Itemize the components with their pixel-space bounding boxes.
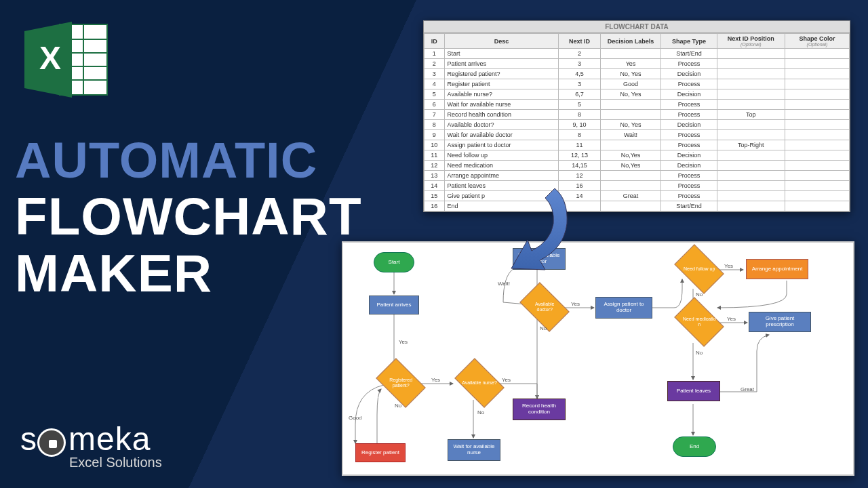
table-cell: No, Yes (600, 89, 661, 100)
flowchart-diagram: Start Patient arrives Registered patient… (342, 241, 854, 476)
table-cell (600, 181, 661, 191)
title-line-1: AUTOMATIC (15, 136, 362, 186)
table-cell (785, 140, 849, 150)
table-cell: 4 (425, 79, 445, 89)
node-assign-patient: Assign patient to doctor (595, 297, 652, 319)
table-cell (717, 150, 785, 161)
table-cell (785, 130, 849, 140)
table-cell: 15 (425, 191, 445, 201)
table-cell: Patient arrives (444, 59, 559, 69)
table-cell: Start/End (661, 201, 717, 211)
label-yes: Yes (502, 377, 511, 383)
table-row: 7Record health condition8ProcessTop (425, 110, 850, 120)
table-cell: Decision (661, 150, 717, 161)
table-row: 8Available doctor?9, 10No, YesDecision (425, 120, 850, 130)
table-cell (717, 201, 785, 211)
table-cell: 12 (559, 171, 600, 181)
table-cell (600, 201, 661, 211)
table-cell: 3 (559, 79, 600, 89)
node-record-health: Record health condition (513, 399, 566, 420)
table-cell: Top (717, 110, 785, 120)
table-cell: 7 (425, 110, 445, 120)
table-cell: 8 (559, 130, 600, 140)
table-cell: Decision (661, 161, 717, 171)
table-row: 5Available nurse?6,7No, YesDecision (425, 89, 850, 100)
table-cell: Wait for available nurse (444, 100, 559, 110)
table-row: 3Registered patient?4,5No, YesDecision (425, 69, 850, 79)
table-cell (600, 110, 661, 120)
table-cell: 13 (425, 171, 445, 181)
table-row: 12Need medication14,15No,YesDecision (425, 161, 850, 171)
table-cell: Process (661, 79, 717, 89)
label-good: Good (349, 415, 362, 421)
table-cell: No, Yes (600, 69, 661, 79)
table-cell: Decision (661, 89, 717, 100)
table-cell (600, 140, 661, 150)
table-cell: Process (661, 181, 717, 191)
brand-logo-icon (37, 428, 66, 457)
th-next-id-pos: Next ID Position(Optional) (717, 34, 785, 49)
table-cell (717, 69, 785, 79)
table-cell (717, 59, 785, 69)
table-cell (785, 120, 849, 130)
node-register-patient: Register patient (355, 443, 406, 462)
label-great: Great (741, 386, 754, 392)
table-cell (717, 100, 785, 110)
label-yes: Yes (431, 377, 440, 383)
table-cell: Need medication (444, 161, 559, 171)
table-cell: Start/End (661, 49, 717, 59)
title-line-3: MAKER (15, 247, 362, 300)
table-cell: 12 (425, 161, 445, 171)
brand-name: smeka (20, 420, 162, 458)
table-cell: 11 (559, 140, 600, 150)
table-row: 10Assign patient to doctor11ProcessTop-R… (425, 140, 850, 150)
table-cell: 11 (425, 150, 445, 161)
table-cell: No,Yes (600, 161, 661, 171)
flowchart-data-table: FLOWCHART DATA ID Desc Next ID Decision … (423, 20, 850, 212)
table-cell (785, 161, 849, 171)
node-end: End (673, 436, 716, 457)
data-to-flowchart-arrow-icon (467, 184, 582, 279)
th-desc: Desc (444, 34, 559, 49)
table-cell: Process (661, 140, 717, 150)
table-cell (785, 49, 849, 59)
table-row: 11Need follow up12, 13No,YesDecision (425, 150, 850, 161)
table-cell: Process (661, 130, 717, 140)
table-cell (785, 59, 849, 69)
label-no: No (395, 403, 401, 409)
label-no: No (540, 325, 547, 331)
label-yes: Yes (724, 263, 733, 269)
table-cell: Yes (600, 59, 661, 69)
table-cell: 8 (559, 110, 600, 120)
label-yes: Yes (727, 316, 736, 322)
table-cell (717, 89, 785, 100)
table-cell: 3 (559, 59, 600, 69)
table-cell (717, 181, 785, 191)
table-cell (785, 69, 849, 79)
th-decision-labels: Decision Labels (600, 34, 661, 49)
node-arrange-appointment: Arrange appointment (746, 259, 808, 279)
table-row: 2Patient arrives3YesProcess (425, 59, 850, 69)
table-cell (600, 171, 661, 181)
th-shape-color: Shape Color(Optional) (785, 34, 849, 49)
table-cell: 5 (559, 100, 600, 110)
label-yes: Yes (571, 301, 580, 307)
table-cell: Top-Right (717, 140, 785, 150)
table-cell: Process (661, 191, 717, 201)
table-cell: Need follow up (444, 150, 559, 161)
table-row: 6Wait for available nurse5Process (425, 100, 850, 110)
table-cell (785, 89, 849, 100)
table-cell (785, 201, 849, 211)
node-start: Start (374, 252, 414, 272)
table-cell: 4,5 (559, 69, 600, 79)
node-patient-leaves: Patient leaves (667, 381, 720, 401)
node-give-prescription: Give patient prescription (749, 312, 811, 332)
table-cell: Assign patient to doctor (444, 140, 559, 150)
table-cell: Process (661, 171, 717, 181)
table-cell: 9, 10 (559, 120, 600, 130)
table-cell: Good (600, 79, 661, 89)
table-cell: 16 (425, 201, 445, 211)
table-row: 9Wait for available doctor8Wait!Process (425, 130, 850, 140)
table-cell: 2 (559, 49, 600, 59)
table-cell (717, 161, 785, 171)
